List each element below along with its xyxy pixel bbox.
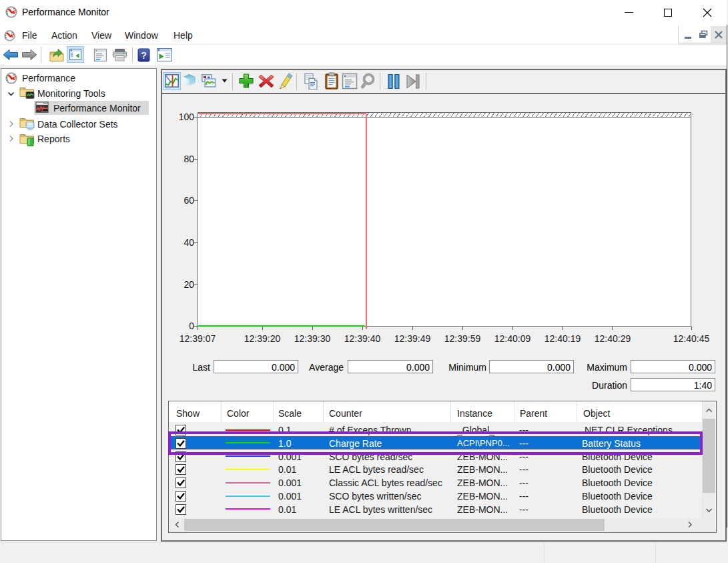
svg-text:?: ? <box>141 50 147 61</box>
